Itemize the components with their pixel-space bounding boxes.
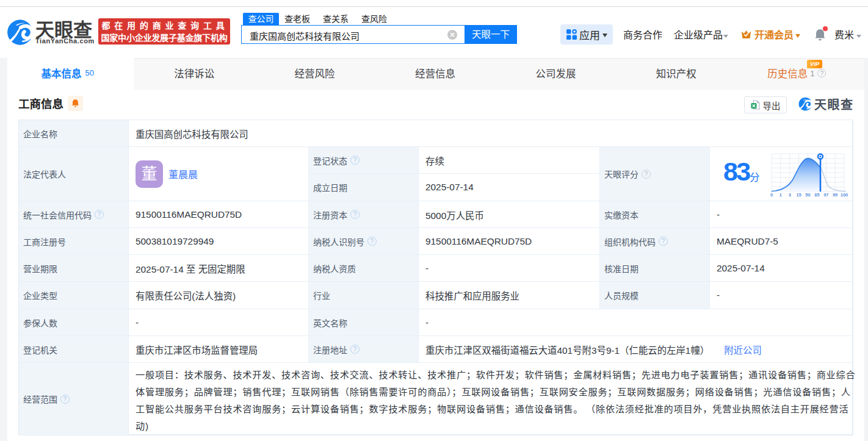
svg-text:99: 99 (833, 192, 837, 197)
svg-text:3: 3 (789, 192, 791, 197)
svg-text:85: 85 (814, 192, 819, 197)
svg-text:100: 100 (841, 192, 848, 197)
svg-text:50: 50 (805, 192, 810, 197)
svg-text:15: 15 (796, 192, 801, 197)
svg-text:0: 0 (770, 192, 773, 197)
svg-text:1: 1 (779, 192, 782, 197)
svg-text:97: 97 (823, 192, 828, 197)
